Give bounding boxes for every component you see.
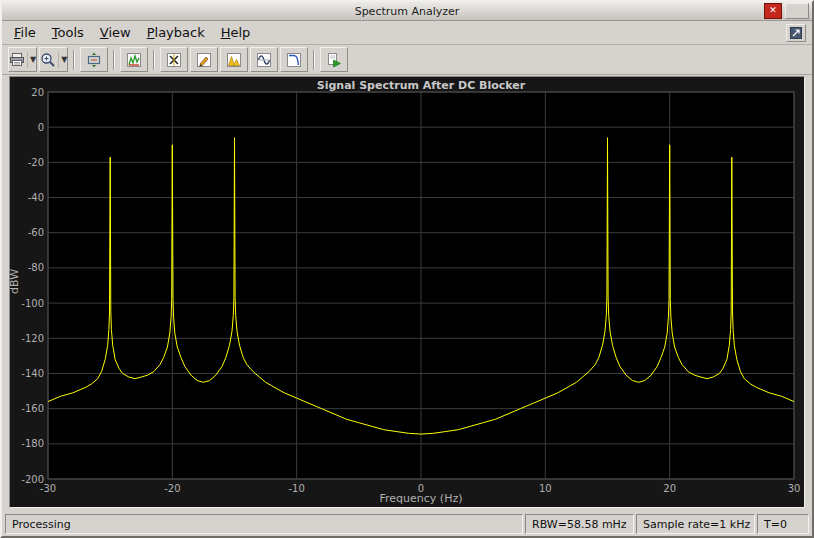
menu-help-label: Help xyxy=(221,25,251,40)
plot-area: -30-20-100102030200-20-40-60-80-100-120-… xyxy=(2,75,812,512)
y-tick-label: -160 xyxy=(21,403,44,414)
y-tick-label: 20 xyxy=(31,87,44,98)
toolbar-separator xyxy=(153,50,155,70)
pencil-icon xyxy=(196,52,212,68)
menu-bar: File Tools View Playback Help xyxy=(2,21,812,45)
y-tick-label: -20 xyxy=(28,157,44,168)
menu-tools[interactable]: Tools xyxy=(44,22,92,43)
y-axis-label: dBW xyxy=(8,269,21,294)
close-button[interactable]: ✕ xyxy=(764,3,782,19)
menu-help[interactable]: Help xyxy=(213,22,259,43)
spectrum-settings-button[interactable] xyxy=(120,47,148,72)
y-tick-label: -140 xyxy=(21,368,44,379)
signal-statistics-button[interactable] xyxy=(190,47,218,72)
ccdf-icon xyxy=(286,52,302,68)
autoscale-button[interactable] xyxy=(80,47,108,72)
magnifier-icon xyxy=(40,52,56,68)
toolbar-separator xyxy=(73,50,75,70)
status-time: T=0 xyxy=(757,514,809,534)
run-button[interactable] xyxy=(320,47,348,72)
y-tick-label: -120 xyxy=(21,333,44,344)
window-controls: ✕ xyxy=(764,3,809,18)
dock-button[interactable] xyxy=(786,24,806,42)
window-title: Spectrum Analyzer xyxy=(355,5,460,18)
zoom-dropdown-icon[interactable]: ▼ xyxy=(58,52,67,68)
y-tick-label: -180 xyxy=(21,438,44,449)
peak-finder-icon xyxy=(226,52,242,68)
run-icon xyxy=(326,52,342,68)
spectrum-analyzer-window: Spectrum Analyzer ✕ File Tools View Play… xyxy=(0,0,814,538)
y-tick-label: -40 xyxy=(28,192,44,203)
window-frame-corner xyxy=(785,3,809,19)
status-sample-rate: Sample rate=1 kHz xyxy=(636,514,755,534)
menu-playback-label: Playback xyxy=(147,25,205,40)
status-message: Processing xyxy=(5,514,523,534)
chart-title: Signal Spectrum After DC Blocker xyxy=(48,79,794,92)
menu-file[interactable]: File xyxy=(6,22,44,43)
print-button[interactable]: ▼ xyxy=(8,47,37,72)
ccdf-measurements-button[interactable] xyxy=(280,47,308,72)
distortion-measurements-button[interactable] xyxy=(250,47,278,72)
menu-file-label: File xyxy=(14,25,36,40)
y-tick-label: -60 xyxy=(28,227,44,238)
y-tick-label: -200 xyxy=(21,474,44,485)
x-axis-label: Frequency (Hz) xyxy=(48,492,794,505)
y-tick-label: -100 xyxy=(21,298,44,309)
spectrum-settings-icon xyxy=(126,52,142,68)
menu-view[interactable]: View xyxy=(92,22,139,43)
toolbar: ▼ ▼ xyxy=(2,45,812,75)
menu-view-label: View xyxy=(100,25,131,40)
spectrum-plot[interactable]: -30-20-100102030200-20-40-60-80-100-120-… xyxy=(10,77,804,507)
toolbar-separator xyxy=(113,50,115,70)
close-icon: ✕ xyxy=(769,6,777,15)
zoom-button[interactable]: ▼ xyxy=(39,47,68,72)
menu-playback[interactable]: Playback xyxy=(139,22,213,43)
waveform-icon xyxy=(256,52,272,68)
peak-finder-button[interactable] xyxy=(220,47,248,72)
toolbar-separator xyxy=(313,50,315,70)
status-rbw: RBW=58.58 mHz xyxy=(525,514,634,534)
title-bar[interactable]: Spectrum Analyzer ✕ xyxy=(2,2,812,21)
cursor-measurements-button[interactable] xyxy=(160,47,188,72)
y-tick-label: 0 xyxy=(38,122,44,133)
dock-icon xyxy=(790,27,802,39)
printer-icon xyxy=(9,52,25,68)
plot-panel: -30-20-100102030200-20-40-60-80-100-120-… xyxy=(9,76,805,508)
y-tick-label: -80 xyxy=(28,262,44,273)
status-bar: Processing RBW=58.58 mHz Sample rate=1 k… xyxy=(2,512,812,536)
menu-tools-label: Tools xyxy=(52,25,84,40)
cursor-measurements-icon xyxy=(166,52,182,68)
autoscale-icon xyxy=(86,52,102,68)
print-dropdown-icon[interactable]: ▼ xyxy=(27,52,36,68)
